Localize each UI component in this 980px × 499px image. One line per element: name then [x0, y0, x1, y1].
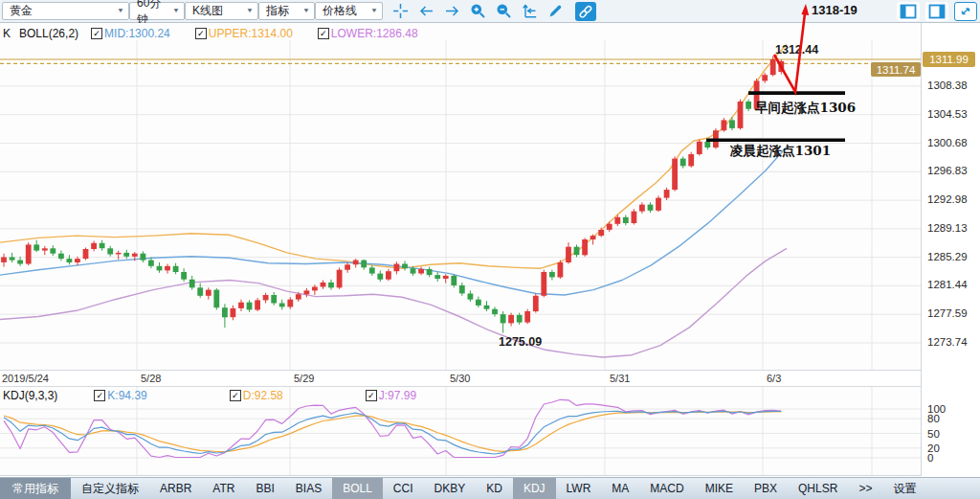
svg-text:1311.74: 1311.74 — [877, 64, 916, 76]
tab-设置[interactable]: 设置 — [882, 478, 926, 499]
axis-scale-icon[interactable] — [522, 2, 538, 21]
tab-BOLL[interactable]: BOLL — [332, 478, 383, 499]
kdj-line-toggle[interactable]: ✓K:94.39 — [94, 389, 146, 402]
tab-ARBR[interactable]: ARBR — [149, 478, 202, 499]
link-icon[interactable] — [575, 2, 596, 21]
main-indicator-row: K BOLL(26,2) ✓MID:1300.24✓UPPER:1314.00✓… — [3, 26, 418, 40]
kdj-axis-label: 0 — [927, 452, 933, 464]
checkbox-icon[interactable]: ✓ — [230, 390, 241, 401]
arrow-left-icon[interactable] — [418, 2, 434, 21]
grid-lines — [0, 40, 921, 370]
main-chart-canvas[interactable]: 早间起涨点1306凌晨起涨点13011312.441275.091318-191… — [0, 0, 921, 370]
crosshair-icon[interactable] — [392, 2, 409, 21]
last-price-badge: 1311.74 — [871, 62, 921, 77]
kdj-indicator-name: KDJ(9,3,3) — [3, 389, 57, 402]
symbol-select[interactable]: 黄金 ▼ — [2, 2, 129, 20]
boll-indicator-items: ✓MID:1300.24✓UPPER:1314.00✓LOWER:1286.48 — [78, 26, 418, 40]
y-axis-label: 1300.68 — [927, 137, 968, 148]
tab-CCI[interactable]: CCI — [383, 478, 424, 499]
pencil-icon[interactable] — [547, 2, 564, 21]
price-line-select[interactable]: 价格线 ▼ — [315, 2, 383, 20]
x-axis-label: 5/28 — [141, 373, 161, 384]
indicator-tabbar: 常用指标自定义指标ARBRATRBBIBIASBOLLCCIDKBYKDKDJL… — [0, 477, 980, 499]
y-axis-label: 1285.29 — [927, 251, 968, 262]
x-axis-label: 5/29 — [294, 373, 314, 384]
checkbox-icon[interactable]: ✓ — [91, 28, 102, 39]
kdj-axis-label: 50 — [927, 428, 940, 440]
chevron-down-icon: ▼ — [302, 8, 310, 14]
chevron-down-icon: ▼ — [370, 8, 378, 14]
chart-type-select-value: K线图 — [192, 3, 223, 19]
y-axis-price-badge: 1311.99 — [923, 52, 975, 67]
candlestick-series — [1, 57, 784, 333]
checkbox-icon[interactable]: ✓ — [318, 28, 329, 39]
y-axis-label: 1281.44 — [927, 279, 968, 290]
tab-KDJ[interactable]: KDJ — [513, 478, 556, 499]
zoom-in-icon[interactable] — [470, 2, 486, 21]
x-axis-label: 5/31 — [610, 373, 630, 384]
checkbox-icon[interactable]: ✓ — [94, 390, 105, 401]
kdj-line-value-label: D:92.58 — [243, 389, 283, 402]
chevron-down-icon: ▼ — [246, 8, 254, 14]
tab->>[interactable]: >> — [848, 478, 882, 499]
y-axis-label: 1292.98 — [927, 193, 968, 205]
boll-indicator-name: BOLL(26,2) — [19, 27, 78, 40]
boll-line-value-label: UPPER:1314.00 — [209, 27, 293, 40]
tab-常用指标[interactable]: 常用指标 — [0, 478, 71, 499]
indicator-select[interactable]: 指标 ▼ — [258, 2, 315, 20]
tab-KD[interactable]: KD — [476, 478, 513, 499]
checkbox-icon[interactable]: ✓ — [195, 28, 207, 39]
tab-MIKE[interactable]: MIKE — [695, 478, 744, 499]
tab-BBI[interactable]: BBI — [245, 478, 284, 499]
y-axis: 1311.991308.381304.531300.681296.831292.… — [921, 23, 980, 476]
x-axis-label: 2019/5/24 — [2, 373, 49, 384]
kdj-indicator-row: KDJ(9,3,3) ✓K:94.39✓D:92.58✓J:97.99 — [3, 388, 416, 402]
period-select[interactable]: 60分钟 ▼ — [129, 2, 185, 20]
kdj-axis-label: 80 — [927, 413, 940, 424]
symbol-select-value: 黄金 — [10, 3, 33, 19]
tab-MACD[interactable]: MACD — [639, 478, 694, 499]
support-line-label: 凌晨起涨点1301 — [729, 143, 831, 158]
boll-line-toggle[interactable]: ✓UPPER:1314.00 — [195, 27, 293, 40]
tab-自定义指标[interactable]: 自定义指标 — [71, 478, 149, 499]
chart-type-select[interactable]: K线图 ▼ — [185, 2, 258, 20]
x-axis-label: 5/30 — [450, 373, 470, 384]
tab-ATR[interactable]: ATR — [202, 478, 245, 499]
window-controls — [897, 2, 977, 21]
tab-MA[interactable]: MA — [601, 478, 639, 499]
boll-line-toggle[interactable]: ✓MID:1300.24 — [91, 27, 170, 40]
tab-QHLSR[interactable]: QHLSR — [788, 478, 848, 499]
layout-left-panel-icon[interactable] — [897, 2, 920, 21]
tab-LWR[interactable]: LWR — [556, 478, 602, 499]
chevron-down-icon: ▼ — [117, 8, 124, 14]
low-price-label: 1275.09 — [499, 335, 542, 349]
layout-right-panel-icon[interactable] — [925, 2, 948, 21]
tab-BIAS[interactable]: BIAS — [285, 478, 332, 499]
y-axis-label: 1308.38 — [927, 79, 968, 91]
boll-line-toggle[interactable]: ✓LOWER:1286.48 — [318, 27, 418, 40]
kdj-indicator-items: ✓K:94.39✓D:92.58✓J:97.99 — [57, 388, 416, 402]
arrow-right-icon[interactable] — [444, 2, 460, 21]
boll-upper-band — [0, 44, 787, 268]
x-axis: 2019/5/245/285/295/305/316/3 — [0, 370, 921, 387]
price-line-select-value: 价格线 — [323, 3, 357, 19]
boll-line-value-label: MID:1300.24 — [104, 27, 170, 40]
period-select-value: 60分钟 — [137, 0, 167, 28]
boll-lower-band — [0, 248, 787, 357]
boll-mid-band — [0, 147, 787, 295]
tab-PBX[interactable]: PBX — [744, 478, 788, 499]
boll-line-value-label: LOWER:1286.48 — [331, 27, 418, 40]
checkbox-icon[interactable]: ✓ — [366, 390, 377, 401]
kdj-line-value-label: J:97.99 — [379, 389, 416, 402]
tab-DKBY[interactable]: DKBY — [424, 478, 477, 499]
toolbar: 黄金 ▼ 60分钟 ▼ K线图 ▼ 指标 ▼ 价格线 ▼ — [0, 0, 980, 23]
kdj-line-toggle[interactable]: ✓D:92.58 — [230, 389, 283, 402]
support-line-label: 早间起涨点1306 — [754, 100, 856, 115]
kdj-line-value-label: K:94.39 — [107, 389, 146, 402]
zoom-out-icon[interactable] — [496, 2, 512, 21]
kdj-line-toggle[interactable]: ✓J:97.99 — [366, 389, 416, 402]
y-axis-label: 1289.13 — [927, 222, 968, 234]
chart-background — [0, 23, 921, 370]
projection-arrow — [774, 13, 805, 92]
expand-icon[interactable] — [954, 2, 977, 21]
